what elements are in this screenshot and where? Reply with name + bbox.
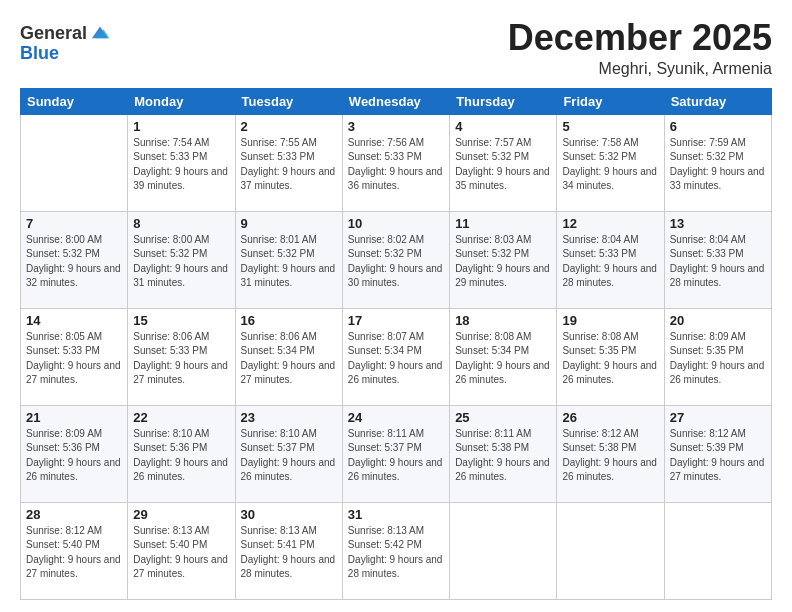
day-info: Sunrise: 8:13 AMSunset: 5:41 PMDaylight:… — [241, 524, 337, 582]
day-number: 23 — [241, 410, 337, 425]
day-number: 10 — [348, 216, 444, 231]
calendar-table: SundayMondayTuesdayWednesdayThursdayFrid… — [20, 88, 772, 600]
calendar-body: 1Sunrise: 7:54 AMSunset: 5:33 PMDaylight… — [21, 114, 772, 599]
day-info: Sunrise: 8:04 AMSunset: 5:33 PMDaylight:… — [562, 233, 658, 291]
day-info: Sunrise: 8:06 AMSunset: 5:34 PMDaylight:… — [241, 330, 337, 388]
day-number: 4 — [455, 119, 551, 134]
calendar-header-row: SundayMondayTuesdayWednesdayThursdayFrid… — [21, 88, 772, 114]
calendar-day-cell: 8Sunrise: 8:00 AMSunset: 5:32 PMDaylight… — [128, 211, 235, 308]
calendar-day-cell: 2Sunrise: 7:55 AMSunset: 5:33 PMDaylight… — [235, 114, 342, 211]
calendar-day-cell: 7Sunrise: 8:00 AMSunset: 5:32 PMDaylight… — [21, 211, 128, 308]
calendar-day-cell: 31Sunrise: 8:13 AMSunset: 5:42 PMDayligh… — [342, 502, 449, 599]
day-number: 28 — [26, 507, 122, 522]
day-number: 11 — [455, 216, 551, 231]
calendar-day-cell: 29Sunrise: 8:13 AMSunset: 5:40 PMDayligh… — [128, 502, 235, 599]
day-number: 7 — [26, 216, 122, 231]
calendar-day-cell: 17Sunrise: 8:07 AMSunset: 5:34 PMDayligh… — [342, 308, 449, 405]
calendar-day-cell: 12Sunrise: 8:04 AMSunset: 5:33 PMDayligh… — [557, 211, 664, 308]
title-block: December 2025 Meghri, Syunik, Armenia — [508, 18, 772, 78]
subtitle: Meghri, Syunik, Armenia — [508, 60, 772, 78]
day-info: Sunrise: 8:10 AMSunset: 5:37 PMDaylight:… — [241, 427, 337, 485]
day-info: Sunrise: 8:11 AMSunset: 5:37 PMDaylight:… — [348, 427, 444, 485]
day-info: Sunrise: 8:09 AMSunset: 5:36 PMDaylight:… — [26, 427, 122, 485]
calendar-day-cell: 21Sunrise: 8:09 AMSunset: 5:36 PMDayligh… — [21, 405, 128, 502]
calendar-day-cell: 18Sunrise: 8:08 AMSunset: 5:34 PMDayligh… — [450, 308, 557, 405]
calendar-day-cell: 26Sunrise: 8:12 AMSunset: 5:38 PMDayligh… — [557, 405, 664, 502]
calendar-day-cell: 6Sunrise: 7:59 AMSunset: 5:32 PMDaylight… — [664, 114, 771, 211]
day-number: 8 — [133, 216, 229, 231]
day-number: 17 — [348, 313, 444, 328]
day-number: 21 — [26, 410, 122, 425]
calendar-week-row: 21Sunrise: 8:09 AMSunset: 5:36 PMDayligh… — [21, 405, 772, 502]
calendar-day-cell: 30Sunrise: 8:13 AMSunset: 5:41 PMDayligh… — [235, 502, 342, 599]
day-info: Sunrise: 8:11 AMSunset: 5:38 PMDaylight:… — [455, 427, 551, 485]
calendar-header-cell: Saturday — [664, 88, 771, 114]
day-info: Sunrise: 8:03 AMSunset: 5:32 PMDaylight:… — [455, 233, 551, 291]
calendar-header-cell: Thursday — [450, 88, 557, 114]
calendar-day-cell — [21, 114, 128, 211]
calendar-day-cell: 16Sunrise: 8:06 AMSunset: 5:34 PMDayligh… — [235, 308, 342, 405]
day-info: Sunrise: 8:12 AMSunset: 5:39 PMDaylight:… — [670, 427, 766, 485]
day-number: 12 — [562, 216, 658, 231]
day-info: Sunrise: 8:00 AMSunset: 5:32 PMDaylight:… — [133, 233, 229, 291]
calendar-header-cell: Wednesday — [342, 88, 449, 114]
day-number: 22 — [133, 410, 229, 425]
page: General Blue December 2025 Meghri, Syuni… — [0, 0, 792, 612]
day-info: Sunrise: 8:13 AMSunset: 5:42 PMDaylight:… — [348, 524, 444, 582]
day-number: 31 — [348, 507, 444, 522]
calendar-day-cell: 3Sunrise: 7:56 AMSunset: 5:33 PMDaylight… — [342, 114, 449, 211]
day-number: 1 — [133, 119, 229, 134]
calendar-day-cell — [557, 502, 664, 599]
calendar-day-cell: 24Sunrise: 8:11 AMSunset: 5:37 PMDayligh… — [342, 405, 449, 502]
day-info: Sunrise: 7:56 AMSunset: 5:33 PMDaylight:… — [348, 136, 444, 194]
calendar-week-row: 1Sunrise: 7:54 AMSunset: 5:33 PMDaylight… — [21, 114, 772, 211]
calendar-day-cell: 4Sunrise: 7:57 AMSunset: 5:32 PMDaylight… — [450, 114, 557, 211]
day-info: Sunrise: 8:09 AMSunset: 5:35 PMDaylight:… — [670, 330, 766, 388]
day-info: Sunrise: 8:06 AMSunset: 5:33 PMDaylight:… — [133, 330, 229, 388]
main-title: December 2025 — [508, 18, 772, 58]
calendar-header-cell: Friday — [557, 88, 664, 114]
day-number: 29 — [133, 507, 229, 522]
day-info: Sunrise: 7:59 AMSunset: 5:32 PMDaylight:… — [670, 136, 766, 194]
calendar-week-row: 14Sunrise: 8:05 AMSunset: 5:33 PMDayligh… — [21, 308, 772, 405]
calendar-day-cell: 9Sunrise: 8:01 AMSunset: 5:32 PMDaylight… — [235, 211, 342, 308]
day-info: Sunrise: 8:00 AMSunset: 5:32 PMDaylight:… — [26, 233, 122, 291]
calendar-week-row: 7Sunrise: 8:00 AMSunset: 5:32 PMDaylight… — [21, 211, 772, 308]
day-info: Sunrise: 8:01 AMSunset: 5:32 PMDaylight:… — [241, 233, 337, 291]
calendar-header-cell: Tuesday — [235, 88, 342, 114]
calendar-day-cell: 14Sunrise: 8:05 AMSunset: 5:33 PMDayligh… — [21, 308, 128, 405]
day-info: Sunrise: 8:07 AMSunset: 5:34 PMDaylight:… — [348, 330, 444, 388]
calendar-header-cell: Sunday — [21, 88, 128, 114]
logo-blue: Blue — [20, 43, 59, 63]
day-number: 5 — [562, 119, 658, 134]
day-info: Sunrise: 8:05 AMSunset: 5:33 PMDaylight:… — [26, 330, 122, 388]
day-number: 16 — [241, 313, 337, 328]
calendar-day-cell: 19Sunrise: 8:08 AMSunset: 5:35 PMDayligh… — [557, 308, 664, 405]
header: General Blue December 2025 Meghri, Syuni… — [20, 18, 772, 78]
day-number: 18 — [455, 313, 551, 328]
calendar-day-cell: 11Sunrise: 8:03 AMSunset: 5:32 PMDayligh… — [450, 211, 557, 308]
calendar-day-cell: 10Sunrise: 8:02 AMSunset: 5:32 PMDayligh… — [342, 211, 449, 308]
calendar-day-cell: 5Sunrise: 7:58 AMSunset: 5:32 PMDaylight… — [557, 114, 664, 211]
calendar-week-row: 28Sunrise: 8:12 AMSunset: 5:40 PMDayligh… — [21, 502, 772, 599]
day-info: Sunrise: 8:12 AMSunset: 5:38 PMDaylight:… — [562, 427, 658, 485]
day-number: 27 — [670, 410, 766, 425]
day-number: 15 — [133, 313, 229, 328]
day-number: 9 — [241, 216, 337, 231]
calendar-day-cell: 20Sunrise: 8:09 AMSunset: 5:35 PMDayligh… — [664, 308, 771, 405]
calendar-day-cell: 1Sunrise: 7:54 AMSunset: 5:33 PMDaylight… — [128, 114, 235, 211]
day-info: Sunrise: 8:02 AMSunset: 5:32 PMDaylight:… — [348, 233, 444, 291]
day-info: Sunrise: 8:13 AMSunset: 5:40 PMDaylight:… — [133, 524, 229, 582]
calendar-day-cell: 15Sunrise: 8:06 AMSunset: 5:33 PMDayligh… — [128, 308, 235, 405]
calendar-day-cell: 22Sunrise: 8:10 AMSunset: 5:36 PMDayligh… — [128, 405, 235, 502]
day-number: 30 — [241, 507, 337, 522]
calendar-day-cell: 23Sunrise: 8:10 AMSunset: 5:37 PMDayligh… — [235, 405, 342, 502]
day-number: 19 — [562, 313, 658, 328]
day-number: 20 — [670, 313, 766, 328]
day-info: Sunrise: 7:55 AMSunset: 5:33 PMDaylight:… — [241, 136, 337, 194]
day-info: Sunrise: 7:57 AMSunset: 5:32 PMDaylight:… — [455, 136, 551, 194]
day-info: Sunrise: 8:12 AMSunset: 5:40 PMDaylight:… — [26, 524, 122, 582]
day-number: 3 — [348, 119, 444, 134]
day-number: 2 — [241, 119, 337, 134]
calendar-header-cell: Monday — [128, 88, 235, 114]
